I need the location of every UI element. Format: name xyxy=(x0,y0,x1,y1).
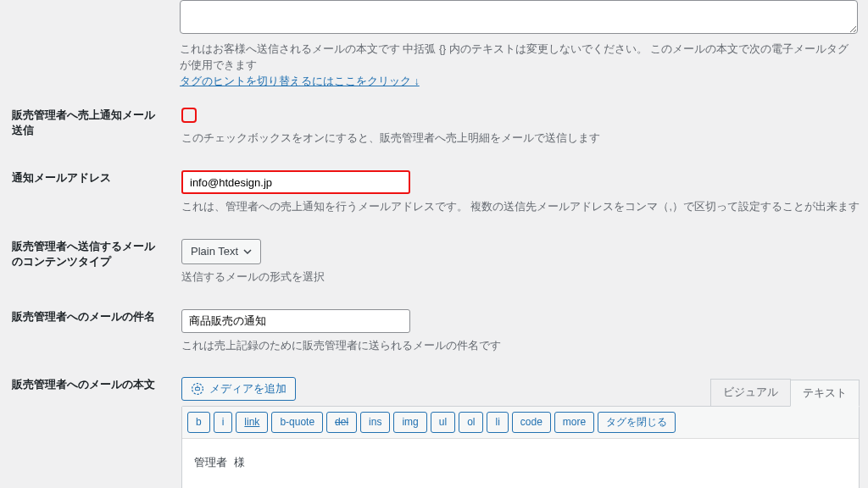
qt-ins-button[interactable]: ins xyxy=(360,412,390,433)
body-label: 販売管理者へのメールの本文 xyxy=(12,377,181,392)
qt-ol-button[interactable]: ol xyxy=(459,412,483,433)
media-icon xyxy=(191,382,204,396)
customer-mail-body-textarea[interactable] xyxy=(180,0,858,34)
content-type-value: Plain Text xyxy=(191,245,238,258)
content-type-desc: 送信するメールの形式を選択 xyxy=(181,269,860,286)
body-textarea[interactable]: 管理者 様 このメールは商品が販売されたことの通知です {product_det… xyxy=(182,439,859,488)
notify-email-desc: これは、管理者への売上通知を行うメールアドレスです。 複数の送信先メールアドレス… xyxy=(181,199,860,215)
notify-email-input[interactable] xyxy=(181,170,410,194)
subject-label: 販売管理者へのメールの件名 xyxy=(12,309,181,324)
content-type-select[interactable]: Plain Text xyxy=(181,239,261,264)
qt-code-button[interactable]: code xyxy=(512,412,551,433)
quicktags-toolbar: b i link b-quote del ins img ul ol li co… xyxy=(182,407,859,439)
tab-visual[interactable]: ビジュアル xyxy=(710,379,791,406)
subject-desc: これは売上記録のために販売管理者に送られるメールの件名です xyxy=(181,338,860,354)
qt-img-button[interactable]: img xyxy=(393,412,426,433)
sales-notify-label: 販売管理者へ売上通知メール送信 xyxy=(12,108,181,138)
qt-more-button[interactable]: more xyxy=(554,412,594,433)
qt-ul-button[interactable]: ul xyxy=(431,412,455,433)
svg-point-0 xyxy=(192,384,203,395)
qt-link-button[interactable]: link xyxy=(236,412,268,433)
qt-li-button[interactable]: li xyxy=(487,412,508,433)
chevron-down-icon xyxy=(243,247,252,256)
qt-close-button[interactable]: タグを閉じる xyxy=(598,412,676,433)
qt-del-button[interactable]: del xyxy=(326,412,357,433)
add-media-button[interactable]: メディアを追加 xyxy=(181,377,296,401)
toggle-tag-hints-link[interactable]: タグのヒントを切り替えるにはここをクリック ↓ xyxy=(180,75,420,87)
customer-mail-body-desc: これはお客様へ送信されるメールの本文です 中括弧 {} 内のテキストは変更しない… xyxy=(180,43,849,71)
qt-i-button[interactable]: i xyxy=(214,412,233,433)
notify-email-label: 通知メールアドレス xyxy=(12,170,181,186)
content-type-label: 販売管理者へ送信するメールのコンテンツタイプ xyxy=(12,239,181,269)
sales-notify-checkbox[interactable] xyxy=(181,108,197,123)
sales-notify-desc: このチェックボックスをオンにすると、販売管理者へ売上明細をメールで送信します xyxy=(181,130,860,147)
tab-text[interactable]: テキスト xyxy=(790,380,860,407)
qt-b-button[interactable]: b xyxy=(187,412,210,433)
qt-bquote-button[interactable]: b-quote xyxy=(271,412,323,433)
subject-input[interactable] xyxy=(181,309,410,333)
add-media-label: メディアを追加 xyxy=(209,381,287,396)
